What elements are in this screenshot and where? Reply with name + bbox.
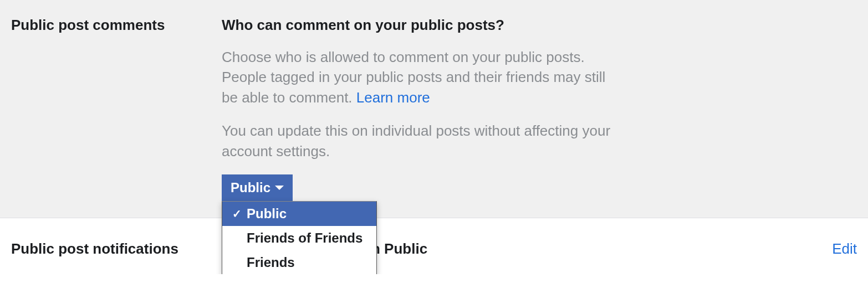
caret-down-icon <box>275 186 284 190</box>
audience-dropdown: Public ✓ Public ✓ Friends of Friends ✓ F… <box>222 174 293 201</box>
section-content: Who can comment on your public posts? Ch… <box>222 17 857 201</box>
dropdown-option-public[interactable]: ✓ Public <box>222 202 376 226</box>
description-2: You can update this on individual posts … <box>222 121 621 161</box>
audience-dropdown-menu: ✓ Public ✓ Friends of Friends ✓ Friends <box>222 201 377 274</box>
check-icon: ✓ <box>231 207 242 220</box>
edit-link[interactable]: Edit <box>832 240 857 258</box>
option-label: Friends of Friends <box>247 230 362 246</box>
value-text: n Public <box>371 240 427 257</box>
section-label: Public post notifications <box>11 240 222 258</box>
option-label: Public <box>247 206 287 222</box>
audience-dropdown-button[interactable]: Public <box>222 174 293 201</box>
public-post-notifications-section: Public post notifications n Public Edit <box>0 218 868 274</box>
public-post-comments-section: Public post comments Who can comment on … <box>0 0 868 218</box>
section-label: Public post comments <box>11 17 222 201</box>
description-1: Choose who is allowed to comment on your… <box>222 47 621 107</box>
dropdown-selected-label: Public <box>231 180 270 196</box>
dropdown-option-friends[interactable]: ✓ Friends <box>222 250 376 274</box>
option-label: Friends <box>247 255 295 270</box>
learn-more-link[interactable]: Learn more <box>356 89 430 106</box>
section-heading: Who can comment on your public posts? <box>222 17 857 34</box>
dropdown-option-friends-of-friends[interactable]: ✓ Friends of Friends <box>222 226 376 250</box>
